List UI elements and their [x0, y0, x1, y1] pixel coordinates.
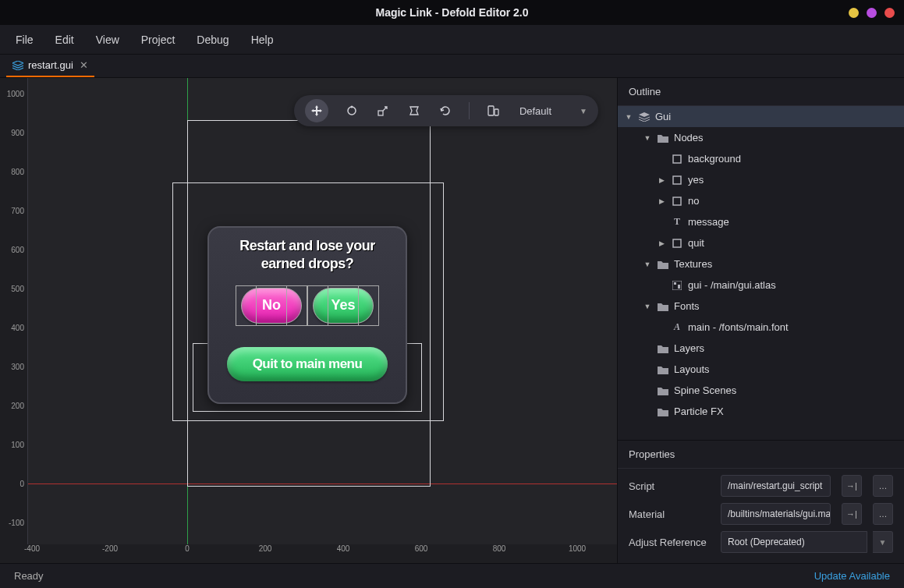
svg-rect-5	[673, 155, 681, 163]
tool-device-icon[interactable]	[485, 103, 501, 119]
material-input[interactable]: /builtins/materials/gui.mate	[721, 503, 831, 525]
browse-icon[interactable]: …	[873, 503, 893, 525]
window-title: Magic Link - Defold Editor 2.0	[375, 6, 528, 19]
yes-button[interactable]: Yes	[313, 288, 374, 324]
svg-rect-8	[673, 239, 681, 247]
tab-restart-gui[interactable]: restart.gui ✕	[6, 55, 94, 77]
tool-refresh-icon[interactable]	[438, 103, 453, 119]
folder-icon	[657, 406, 669, 418]
outline-item-gui[interactable]: ▼ Gui	[618, 106, 904, 127]
font-icon: A	[671, 321, 683, 334]
window-controls	[849, 8, 895, 18]
svg-rect-9	[672, 281, 682, 290]
tab-bar: restart.gui ✕	[0, 55, 904, 78]
scene-toolbar: Default ▼	[294, 95, 598, 126]
outline-item-quit[interactable]: ▶ quit	[618, 232, 904, 253]
properties-panel: Properties Script /main/restart.gui_scri…	[618, 440, 904, 563]
dialog-button-row: No Yes	[218, 288, 396, 324]
outline-item-textures[interactable]: ▼ Textures	[618, 253, 904, 275]
outline-header: Outline	[618, 78, 904, 106]
menu-project[interactable]: Project	[141, 34, 175, 46]
adjust-select[interactable]: Root (Deprecated)	[721, 531, 867, 553]
box-icon	[671, 153, 683, 165]
close-icon[interactable]	[885, 8, 895, 18]
svg-rect-7	[673, 197, 681, 205]
right-column: Outline ▼ Gui ▼ Nodes ▶ background ▶ yes	[617, 78, 904, 563]
status-ready: Ready	[14, 570, 44, 582]
outline-item-yes[interactable]: ▶ yes	[618, 169, 904, 190]
menu-bar: File Edit View Project Debug Help	[0, 25, 904, 55]
box-icon	[671, 174, 683, 186]
menu-file[interactable]: File	[16, 34, 34, 46]
script-input[interactable]: /main/restart.gui_script	[721, 475, 831, 497]
svg-rect-11	[678, 285, 680, 289]
outline-item-no[interactable]: ▶ no	[618, 190, 904, 211]
gui-dialog: Restart and lose your earned drops? No	[207, 226, 407, 404]
folder-icon	[657, 384, 669, 397]
chevron-down-icon[interactable]: ▼	[873, 531, 893, 553]
outline-item-message[interactable]: ▶ T message	[618, 211, 904, 232]
folder-icon	[657, 258, 669, 271]
outline-item-layouts[interactable]: ▶ Layouts	[618, 359, 904, 380]
outline-item-main-font[interactable]: ▶ A main - /fonts/main.font	[618, 317, 904, 338]
outline-item-background[interactable]: ▶ background	[618, 148, 904, 169]
svg-rect-6	[673, 176, 681, 184]
prop-adjust: Adjust Reference Root (Deprecated) ▼	[629, 528, 893, 556]
tool-scale-icon[interactable]	[375, 103, 391, 119]
box-icon	[671, 237, 683, 250]
outline-item-layers[interactable]: ▶ Layers	[618, 338, 904, 359]
layout-selector[interactable]: Default	[516, 105, 555, 117]
goto-icon[interactable]: →|	[842, 503, 862, 525]
quit-button[interactable]: Quit to main menu	[227, 347, 388, 381]
properties-header: Properties	[618, 441, 904, 469]
no-button[interactable]: No	[241, 288, 302, 324]
stack-icon	[12, 61, 23, 70]
outline-item-particle[interactable]: ▶ Particle FX	[618, 401, 904, 422]
outline-item-spine[interactable]: ▶ Spine Scenes	[618, 380, 904, 401]
svg-rect-2	[378, 111, 383, 115]
tab-label: restart.gui	[28, 59, 73, 71]
scene-view[interactable]: 1000 900 800 700 600 500 400 300 200 100…	[0, 78, 617, 563]
text-icon: T	[671, 216, 683, 228]
minimize-icon[interactable]	[849, 8, 859, 18]
tab-close-icon[interactable]: ✕	[80, 59, 88, 71]
outline-item-fonts[interactable]: ▼ Fonts	[618, 296, 904, 317]
prop-material: Material /builtins/materials/gui.mate →|…	[629, 500, 893, 528]
box-icon	[671, 195, 683, 207]
canvas[interactable]: Restart and lose your earned drops? No	[28, 78, 617, 544]
update-available-link[interactable]: Update Available	[814, 570, 890, 582]
svg-point-1	[350, 106, 353, 108]
ruler-horizontal: -400 -200 0 200 400 600 800 1000	[0, 544, 617, 560]
folder-icon	[657, 132, 669, 144]
prop-script: Script /main/restart.gui_script →| …	[629, 472, 893, 500]
folder-icon	[657, 300, 669, 313]
maximize-icon[interactable]	[867, 8, 877, 18]
title-bar: Magic Link - Defold Editor 2.0	[0, 0, 904, 25]
outline-tree[interactable]: ▼ Gui ▼ Nodes ▶ background ▶ yes ▶	[618, 106, 904, 440]
outline-item-nodes[interactable]: ▼ Nodes	[618, 127, 904, 148]
browse-icon[interactable]: …	[873, 475, 893, 497]
folder-icon	[657, 342, 669, 355]
svg-rect-4	[495, 109, 498, 115]
atlas-icon	[671, 279, 683, 292]
stack-icon	[638, 111, 651, 123]
menu-help[interactable]: Help	[251, 34, 274, 46]
menu-view[interactable]: View	[96, 34, 119, 46]
ruler-vertical: 1000 900 800 700 600 500 400 300 200 100…	[0, 78, 28, 544]
toolbar-separator	[469, 102, 470, 119]
svg-rect-3	[488, 106, 494, 115]
tool-rotate-icon[interactable]	[344, 103, 360, 119]
svg-rect-10	[674, 282, 676, 285]
tool-visibility-icon[interactable]	[406, 103, 422, 119]
dialog-message: Restart and lose your earned drops?	[218, 237, 396, 274]
menu-debug[interactable]: Debug	[197, 34, 229, 46]
goto-icon[interactable]: →|	[842, 475, 862, 497]
outline-item-gui-atlas[interactable]: ▶ gui - /main/gui.atlas	[618, 275, 904, 296]
menu-edit[interactable]: Edit	[55, 34, 74, 46]
status-bar: Ready Update Available	[0, 563, 904, 588]
tool-move-icon[interactable]	[305, 99, 328, 122]
folder-icon	[657, 363, 669, 376]
chevron-down-icon[interactable]: ▼	[580, 107, 587, 115]
